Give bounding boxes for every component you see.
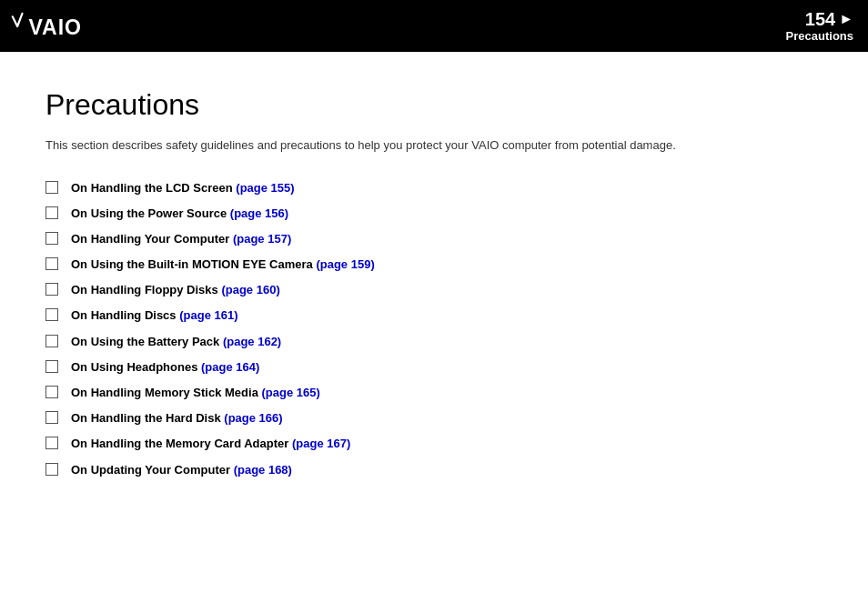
list-item: On Handling Discs (page 161) — [45, 307, 823, 324]
header-page-info: 154 ► Precautions — [786, 9, 853, 43]
list-item: On Using Headphones (page 164) — [45, 359, 823, 376]
list-item: On Using the Built-in MOTION EYE Camera … — [45, 256, 823, 273]
list-item-link[interactable]: (page 168) — [234, 463, 292, 477]
list-checkbox-icon — [45, 232, 58, 245]
main-content: Precautions This section describes safet… — [0, 52, 868, 515]
list-checkbox-icon — [45, 463, 58, 476]
list-item-link[interactable]: (page 167) — [292, 437, 350, 450]
page-number: 154 ► — [805, 9, 853, 29]
list-checkbox-icon — [45, 308, 58, 321]
list-item: On Using the Power Source (page 156) — [45, 206, 823, 222]
list-item: On Handling Floppy Disks (page 160) — [45, 282, 823, 298]
list-item: On Handling Your Computer (page 157) — [45, 231, 823, 247]
list-item-link[interactable]: (page 160) — [221, 283, 279, 296]
list-item: On Handling the LCD Screen (page 155) — [45, 180, 823, 196]
page-label: Precautions — [786, 29, 853, 43]
list-item-text: On Handling the LCD Screen (page 155) — [71, 180, 295, 196]
list-item-link[interactable]: (page 157) — [233, 232, 291, 246]
intro-paragraph: This section describes safety guidelines… — [45, 136, 823, 155]
list-item-link[interactable]: (page 155) — [236, 181, 294, 195]
list-item: On Handling the Hard Disk (page 166) — [45, 410, 823, 427]
list-item: On Updating Your Computer (page 168) — [45, 462, 823, 478]
list-item-link[interactable]: (page 159) — [316, 257, 374, 271]
list-checkbox-icon — [45, 257, 58, 270]
list-checkbox-icon — [45, 386, 58, 398]
vaio-logo: VAIO — [11, 12, 100, 41]
list-item-link[interactable]: (page 162) — [223, 335, 281, 348]
list-item-link[interactable]: (page 164) — [201, 360, 259, 374]
list-item: On Using the Battery Pack (page 162) — [45, 334, 823, 350]
list-item-text: On Handling Floppy Disks (page 160) — [71, 282, 280, 298]
list-checkbox-icon — [45, 206, 58, 219]
list-item: On Handling Memory Stick Media (page 165… — [45, 385, 823, 401]
list-item-text: On Using Headphones (page 164) — [71, 359, 259, 376]
list-checkbox-icon — [45, 360, 58, 373]
list-item-text: On Handling Memory Stick Media (page 165… — [71, 385, 320, 401]
list-item-link[interactable]: (page 156) — [230, 206, 288, 220]
list-item-text: On Updating Your Computer (page 168) — [71, 462, 292, 478]
list-item-text: On Handling Your Computer (page 157) — [71, 231, 291, 247]
page-header: VAIO 154 ► Precautions — [0, 0, 868, 52]
list-item-link[interactable]: (page 165) — [261, 386, 319, 399]
list-checkbox-icon — [45, 335, 58, 347]
list-checkbox-icon — [45, 437, 58, 449]
list-item-text: On Handling the Hard Disk (page 166) — [71, 410, 283, 427]
list-item-text: On Using the Battery Pack (page 162) — [71, 334, 281, 350]
list-item-link[interactable]: (page 161) — [179, 308, 237, 322]
page-title: Precautions — [45, 88, 823, 122]
list-item-link[interactable]: (page 166) — [224, 411, 282, 425]
list-item-text: On Handling the Memory Card Adapter (pag… — [71, 436, 350, 452]
list-item-text: On Handling Discs (page 161) — [71, 307, 238, 324]
list-item-text: On Using the Power Source (page 156) — [71, 206, 288, 222]
precautions-list: On Handling the LCD Screen (page 155)On … — [45, 180, 823, 478]
arrow-icon: ► — [839, 11, 853, 27]
list-checkbox-icon — [45, 411, 58, 424]
list-checkbox-icon — [45, 283, 58, 296]
list-item-text: On Using the Built-in MOTION EYE Camera … — [71, 256, 375, 273]
list-checkbox-icon — [45, 181, 58, 194]
svg-text:VAIO: VAIO — [29, 15, 82, 38]
list-item: On Handling the Memory Card Adapter (pag… — [45, 436, 823, 452]
